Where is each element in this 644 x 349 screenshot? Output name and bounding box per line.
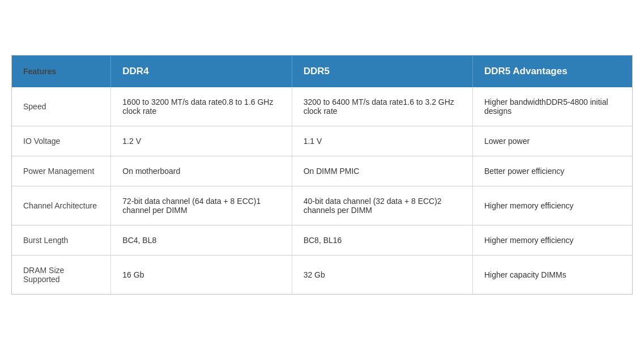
table-row: DRAM Size Supported16 Gb32 GbHigher capa… [12,255,632,294]
table-row: Speed1600 to 3200 MT/s data rate0.8 to 1… [12,87,632,126]
cell-ddr5: 40-bit data channel (32 data + 8 ECC)2 c… [292,186,472,225]
ddr5-line1: 3200 to 6400 MT/s data rate [304,97,403,107]
header-ddr4: DDR4 [111,56,292,87]
cell-advantage: Higher memory efficiency [472,225,632,255]
table-header-row: Features DDR4 DDR5 DDR5 Advantages [12,56,632,87]
cell-ddr5: 3200 to 6400 MT/s data rate1.6 to 3.2 GH… [292,87,472,126]
cell-ddr4: BC4, BL8 [111,225,292,255]
header-features: Features [12,56,111,87]
comparison-table: Features DDR4 DDR5 DDR5 Advantages Speed… [12,56,632,294]
cell-advantage: Higher memory efficiency [472,186,632,225]
cell-feature: Channel Architecture [12,186,111,225]
cell-feature: IO Voltage [12,126,111,156]
table-body: Speed1600 to 3200 MT/s data rate0.8 to 1… [12,87,632,294]
cell-ddr4: 1.2 V [111,126,292,156]
cell-ddr5: BC8, BL16 [292,225,472,255]
comparison-table-wrapper: Features DDR4 DDR5 DDR5 Advantages Speed… [11,55,633,295]
header-advantages: DDR5 Advantages [472,56,632,87]
cell-ddr4: On motherboard [111,156,292,186]
header-ddr5: DDR5 [292,56,472,87]
ddr4-line1: 1600 to 3200 MT/s data rate [122,97,222,107]
cell-feature: DRAM Size Supported [12,255,111,294]
cell-advantage: Higher capacity DIMMs [472,255,632,294]
table-row: IO Voltage1.2 V1.1 VLower power [12,126,632,156]
cell-ddr5: 1.1 V [292,126,472,156]
adv-line1: Higher bandwidth [484,97,546,107]
cell-advantage: Lower power [472,126,632,156]
table-row: Burst LengthBC4, BL8BC8, BL16Higher memo… [12,225,632,255]
cell-feature: Burst Length [12,225,111,255]
cell-advantage: Better power efficiency [472,156,632,186]
ddr5-line1: 40-bit data channel (32 data + 8 ECC) [304,197,437,206]
table-row: Power ManagementOn motherboardOn DIMM PM… [12,156,632,186]
cell-advantage: Higher bandwidthDDR5-4800 initial design… [472,87,632,126]
cell-ddr4: 1600 to 3200 MT/s data rate0.8 to 1.6 GH… [111,87,292,126]
table-row: Channel Architecture72-bit data channel … [12,186,632,225]
cell-ddr4: 72-bit data channel (64 data + 8 ECC)1 c… [111,186,292,225]
cell-feature: Speed [12,87,111,126]
ddr4-line1: 72-bit data channel (64 data + 8 ECC) [122,197,256,206]
cell-ddr5: On DIMM PMIC [292,156,472,186]
cell-ddr4: 16 Gb [111,255,292,294]
cell-ddr5: 32 Gb [292,255,472,294]
cell-feature: Power Management [12,156,111,186]
